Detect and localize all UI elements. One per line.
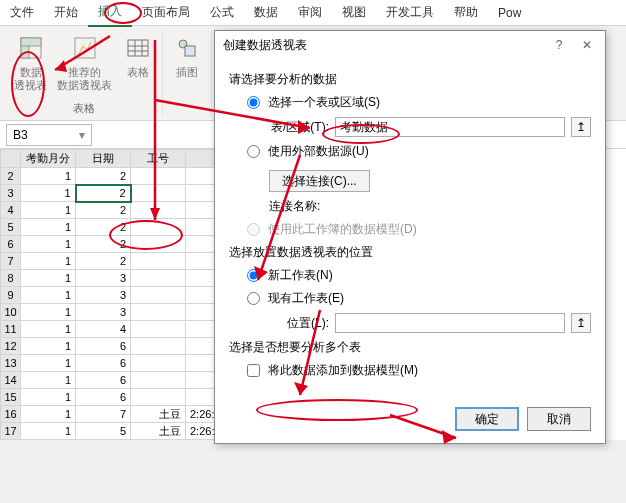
ribbon-tab-10[interactable]: Pow [488,1,531,25]
help-icon[interactable]: ? [549,35,569,55]
radio-new-sheet[interactable]: 新工作表(N) [247,267,591,284]
cell[interactable]: 1 [21,168,76,185]
cell[interactable]: 2 [76,168,131,185]
row-header[interactable]: 15 [1,389,21,406]
row-header[interactable]: 11 [1,321,21,338]
col-header[interactable]: 日期 [76,150,131,168]
cell[interactable]: 3 [76,270,131,287]
cell[interactable] [131,202,186,219]
table-button[interactable]: 表格 [120,30,156,81]
cell[interactable]: 1 [21,406,76,423]
cell[interactable] [131,236,186,253]
cell[interactable]: 土豆 [131,423,186,440]
collapse-range-icon[interactable]: ↥ [571,117,591,137]
corner-cell[interactable] [1,150,21,168]
cell[interactable]: 1 [21,287,76,304]
cell[interactable]: 2 [76,202,131,219]
row-header[interactable]: 3 [1,185,21,202]
row-header[interactable]: 5 [1,219,21,236]
cell[interactable] [131,270,186,287]
row-header[interactable]: 17 [1,423,21,440]
cell[interactable]: 1 [21,219,76,236]
ribbon-tab-3[interactable]: 页面布局 [132,0,200,26]
cell[interactable] [131,338,186,355]
radio-existing-input[interactable] [247,292,260,305]
row-header[interactable]: 7 [1,253,21,270]
cell[interactable]: 1 [21,270,76,287]
radio-select-range-input[interactable] [247,96,260,109]
row-header[interactable]: 6 [1,236,21,253]
cell[interactable]: 1 [21,236,76,253]
ribbon-tab-5[interactable]: 数据 [244,0,288,26]
row-header[interactable]: 12 [1,338,21,355]
range-input[interactable] [335,117,565,137]
cell[interactable]: 2 [76,185,131,202]
cell[interactable] [131,168,186,185]
cell[interactable]: 6 [76,338,131,355]
cell[interactable]: 3 [76,304,131,321]
cell[interactable]: 6 [76,389,131,406]
cell[interactable]: 1 [21,185,76,202]
cell[interactable]: 1 [21,304,76,321]
cell[interactable]: 1 [21,355,76,372]
pivot-table-button[interactable]: 数据透视表 [12,30,49,94]
cell[interactable] [131,287,186,304]
cell[interactable]: 1 [21,423,76,440]
cell[interactable]: 2 [76,219,131,236]
cell[interactable] [131,219,186,236]
ribbon-tab-1[interactable]: 开始 [44,0,88,26]
cell[interactable]: 1 [21,253,76,270]
row-header[interactable]: 16 [1,406,21,423]
cell[interactable] [131,185,186,202]
cell[interactable] [131,321,186,338]
ribbon-tab-9[interactable]: 帮助 [444,0,488,26]
radio-existing[interactable]: 现有工作表(E) [247,290,591,307]
name-box[interactable]: B3▾ [6,124,92,146]
ribbon-tab-2[interactable]: 插入 [88,0,132,27]
cell[interactable] [131,355,186,372]
cell[interactable]: 6 [76,355,131,372]
cell[interactable] [131,253,186,270]
cell[interactable]: 7 [76,406,131,423]
ribbon-tab-4[interactable]: 公式 [200,0,244,26]
cell[interactable]: 1 [21,202,76,219]
ok-button[interactable]: 确定 [455,407,519,431]
collapse-location-icon[interactable]: ↥ [571,313,591,333]
choose-connection-button[interactable]: 选择连接(C)... [269,170,370,192]
recommended-pivot-button[interactable]: 推荐的数据透视表 [55,30,114,94]
radio-external-input[interactable] [247,145,260,158]
location-input[interactable] [335,313,565,333]
ribbon-tab-7[interactable]: 视图 [332,0,376,26]
col-header[interactable]: 考勤月分 [21,150,76,168]
cell[interactable]: 6 [76,372,131,389]
cell[interactable]: 4 [76,321,131,338]
cell[interactable]: 3 [76,287,131,304]
row-header[interactable]: 4 [1,202,21,219]
cell[interactable] [131,389,186,406]
illustrations-button[interactable]: 插图 [169,30,205,81]
cell[interactable]: 5 [76,423,131,440]
cell[interactable]: 1 [21,321,76,338]
row-header[interactable]: 14 [1,372,21,389]
cell[interactable]: 土豆 [131,406,186,423]
row-header[interactable]: 9 [1,287,21,304]
close-icon[interactable]: ✕ [577,35,597,55]
cell[interactable] [131,304,186,321]
check-add-to-model[interactable]: 将此数据添加到数据模型(M) [247,362,591,379]
cell[interactable]: 1 [21,389,76,406]
ribbon-tab-6[interactable]: 审阅 [288,0,332,26]
cell[interactable] [131,372,186,389]
radio-external[interactable]: 使用外部数据源(U) [247,143,591,160]
row-header[interactable]: 2 [1,168,21,185]
row-header[interactable]: 10 [1,304,21,321]
ribbon-tab-0[interactable]: 文件 [0,0,44,26]
row-header[interactable]: 8 [1,270,21,287]
row-header[interactable]: 13 [1,355,21,372]
check-add-to-model-input[interactable] [247,364,260,377]
ribbon-tab-8[interactable]: 开发工具 [376,0,444,26]
cell[interactable]: 2 [76,253,131,270]
cancel-button[interactable]: 取消 [527,407,591,431]
cell[interactable]: 1 [21,372,76,389]
cell[interactable]: 1 [21,338,76,355]
col-header[interactable]: 工号 [131,150,186,168]
